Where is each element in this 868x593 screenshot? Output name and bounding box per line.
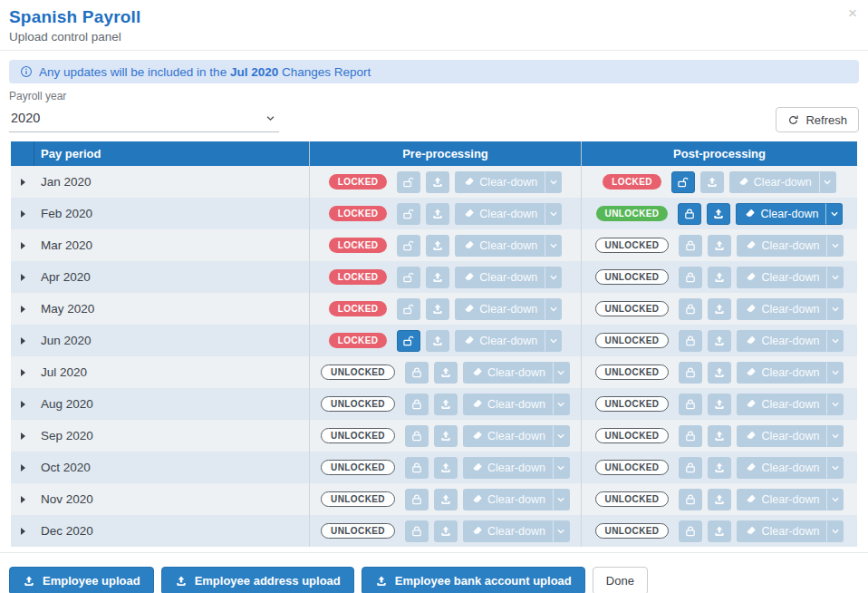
expand-cell: [11, 452, 34, 483]
expand-cell: [11, 166, 34, 198]
lock-icon: [684, 462, 697, 474]
chevron-down-icon: [822, 177, 833, 188]
post-processing-cell: UNLOCKED: [581, 261, 857, 293]
clear-down-split-button: Clear-down: [463, 394, 570, 415]
upload-icon: [431, 335, 444, 347]
clear-down-label: Clear-down: [761, 398, 819, 411]
clear-down-dropdown-toggle: [545, 267, 562, 288]
expand-arrow-icon[interactable]: [21, 464, 25, 471]
expand-arrow-icon[interactable]: [21, 369, 25, 376]
chevron-down-icon: [555, 367, 566, 378]
chevron-down-icon: [830, 335, 841, 346]
upload-button: [426, 267, 449, 288]
pre-processing-cell: LOCKED: [309, 325, 581, 356]
pay-period-cell: Jul 2020: [34, 356, 309, 388]
pay-period-cell: Jun 2020: [34, 325, 309, 356]
pay-period-label: Dec 2020: [41, 524, 93, 538]
clear-down-button: Clear-down: [737, 425, 826, 447]
table-row: Jun 2020 LOCKED: [11, 325, 857, 356]
lock-icon: [684, 271, 697, 284]
upload-button[interactable]: [707, 203, 730, 225]
pre-processing-cell: LOCKED: [309, 166, 581, 198]
clear-down-button: Clear-down: [455, 203, 545, 225]
clear-down-label: Clear-down: [760, 208, 818, 220]
expand-arrow-icon[interactable]: [21, 179, 25, 186]
unlock-button[interactable]: [397, 330, 420, 352]
eraser-icon: [463, 303, 475, 315]
expand-arrow-icon[interactable]: [21, 337, 25, 345]
pay-period-cell: Mar 2020: [34, 229, 309, 261]
close-icon[interactable]: ×: [848, 5, 857, 21]
pay-period-label: Feb 2020: [41, 207, 92, 220]
chevron-down-icon: [830, 272, 841, 283]
status-badge: UNLOCKED: [595, 396, 670, 412]
status-badge: LOCKED: [603, 174, 661, 190]
lock-button[interactable]: [678, 203, 701, 225]
expand-arrow-icon[interactable]: [21, 496, 25, 503]
chevron-down-icon: [830, 367, 841, 378]
page-title: Spanish Payroll: [9, 7, 859, 27]
clear-down-button: Clear-down: [737, 330, 826, 352]
status-badge: UNLOCKED: [321, 365, 395, 380]
done-button[interactable]: Done: [593, 567, 648, 593]
upload-icon: [713, 271, 726, 284]
expand-arrow-icon[interactable]: [21, 401, 25, 408]
upload-button: [426, 235, 449, 257]
upload-icon: [439, 398, 452, 411]
pay-period-column-header: Pay period: [34, 141, 309, 166]
eraser-icon: [745, 335, 757, 346]
chevron-down-icon: [830, 431, 841, 442]
clear-down-button: Clear-down: [455, 235, 545, 257]
employee-address-upload-button[interactable]: Employee address upload: [161, 567, 354, 593]
chevron-down-icon: [555, 526, 566, 537]
unlock-button[interactable]: [671, 171, 695, 193]
expand-arrow-icon[interactable]: [21, 274, 25, 281]
refresh-button[interactable]: Refresh: [776, 107, 859, 132]
lock-icon: [684, 493, 697, 506]
eraser-icon: [463, 271, 475, 283]
clear-down-dropdown-toggle: [826, 362, 844, 384]
payroll-year-label: Payroll year: [9, 90, 279, 102]
chevron-down-icon: [830, 399, 841, 410]
payroll-year-value: 2020: [11, 111, 40, 125]
refresh-icon: [787, 114, 799, 126]
clear-down-dropdown-toggle: [826, 520, 844, 542]
clear-down-label: Clear-down: [761, 366, 819, 379]
clear-down-label: Clear-down: [761, 493, 819, 506]
eraser-icon: [745, 525, 757, 537]
expand-arrow-icon[interactable]: [21, 528, 25, 535]
upload-icon: [439, 462, 452, 474]
employee-bank-account-upload-button[interactable]: Employee bank account upload: [362, 567, 585, 593]
expand-arrow-icon[interactable]: [21, 306, 25, 313]
lock-icon: [684, 398, 697, 411]
payroll-year-select[interactable]: 2020: [9, 108, 279, 132]
expand-cell: [11, 229, 34, 261]
chevron-down-icon: [548, 304, 559, 315]
clear-down-split-button: Clear-down: [737, 362, 844, 384]
upload-icon: [431, 176, 444, 189]
expand-cell: [11, 515, 34, 547]
pay-period-label: Mar 2020: [41, 238, 92, 252]
lock-icon: [410, 398, 423, 411]
employee-upload-button[interactable]: Employee upload: [9, 567, 154, 593]
clear-down-button[interactable]: Clear-down: [736, 203, 825, 225]
clear-down-split-button: Clear-down: [463, 520, 570, 542]
pay-period-cell: Sep 2020: [34, 420, 309, 452]
expand-arrow-icon[interactable]: [21, 242, 25, 249]
post-processing-cell: LOCKED: [581, 166, 857, 198]
expand-cell: [11, 356, 34, 388]
table-row: Sep 2020 UNLOCKED: [11, 420, 857, 452]
clear-down-dropdown-toggle[interactable]: [825, 203, 843, 225]
lock-button: [405, 362, 429, 384]
pay-period-label: May 2020: [41, 302, 94, 316]
table-row: Dec 2020 UNLOCKED: [11, 515, 857, 547]
clear-down-split-button: Clear-down: [737, 394, 844, 415]
expand-arrow-icon[interactable]: [21, 433, 25, 440]
expand-arrow-icon[interactable]: [21, 210, 25, 218]
clear-down-button: Clear-down: [729, 171, 819, 193]
lock-icon: [684, 430, 697, 442]
clear-down-dropdown-toggle: [826, 394, 844, 415]
clear-down-split-button: Clear-down: [455, 171, 562, 193]
clear-down-split-button: Clear-down: [737, 267, 844, 288]
clear-down-label: Clear-down: [754, 176, 812, 189]
